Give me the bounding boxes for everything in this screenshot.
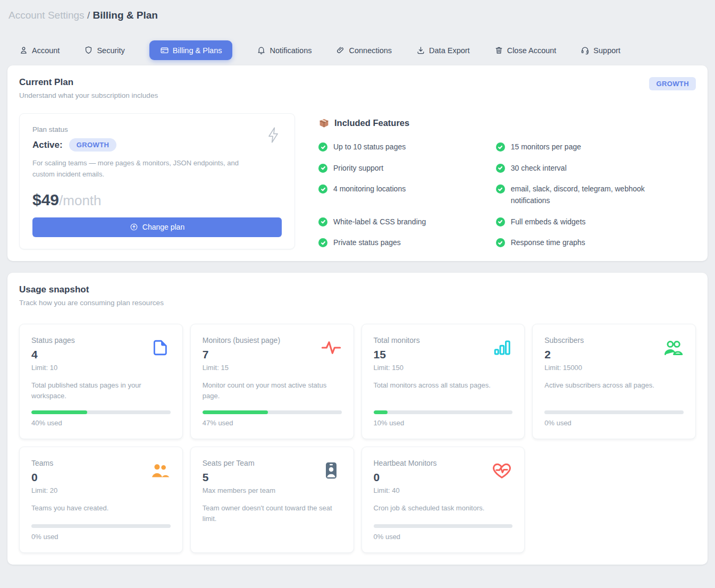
usage-limit: Limit: 20 bbox=[31, 486, 171, 494]
usage-card-seats-per-team: Seats per Team 5 Max members per team Te… bbox=[190, 447, 354, 553]
usage-grid: Status pages 4 Limit: 10 Total published… bbox=[19, 324, 696, 553]
settings-tabbar: Account Security Billing & Plans Notific… bbox=[19, 40, 708, 60]
tab-close-account[interactable]: Close Account bbox=[494, 46, 557, 55]
usage-description: Monitor count on your most active status… bbox=[203, 380, 342, 405]
plan-status-card: Plan status Active: GROWTH For scaling t… bbox=[19, 113, 295, 249]
plan-description: For scaling teams — more pages & monitor… bbox=[32, 158, 250, 180]
tab-connections[interactable]: Connections bbox=[336, 46, 392, 55]
usage-limit: Limit: 150 bbox=[374, 364, 513, 372]
plan-price: $49/month bbox=[32, 191, 282, 209]
progress-bar bbox=[203, 410, 342, 414]
arrow-up-circle-icon bbox=[130, 223, 138, 231]
trash-icon bbox=[494, 46, 503, 55]
breadcrumb-section[interactable]: Account Settings bbox=[9, 10, 85, 21]
document-icon bbox=[149, 337, 171, 358]
feature-item: email, slack, discord, telegram, webhook… bbox=[496, 183, 696, 206]
feature-item: White-label & CSS branding bbox=[318, 216, 496, 228]
usage-limit: Limit: 40 bbox=[374, 486, 513, 494]
bar-chart-icon bbox=[491, 337, 512, 358]
tab-label: Notifications bbox=[270, 46, 312, 55]
tab-label: Connections bbox=[349, 46, 392, 55]
features-title: Included Features bbox=[334, 118, 409, 128]
usage-percent-label: 10% used bbox=[374, 419, 513, 427]
tab-support[interactable]: Support bbox=[581, 46, 620, 55]
headset-icon bbox=[581, 46, 590, 55]
id-badge-icon bbox=[321, 460, 342, 481]
bell-icon bbox=[257, 46, 266, 55]
tab-label: Billing & Plans bbox=[173, 46, 222, 55]
download-icon bbox=[416, 46, 425, 55]
package-icon bbox=[318, 117, 330, 129]
features-grid: Up to 10 status pages 15 monitors per pa… bbox=[318, 141, 696, 249]
plan-badge: GROWTH bbox=[69, 138, 117, 152]
check-icon bbox=[496, 142, 505, 152]
credit-card-icon bbox=[160, 46, 169, 55]
current-plan-title: Current Plan bbox=[19, 77, 158, 88]
heartbeat-icon bbox=[491, 460, 512, 481]
current-plan-subtitle: Understand what your subscription includ… bbox=[19, 91, 158, 99]
usage-limit: Max members per team bbox=[203, 486, 342, 494]
usage-percent-label: 0% used bbox=[374, 533, 513, 541]
pulse-icon bbox=[321, 337, 342, 358]
tab-label: Security bbox=[97, 46, 124, 55]
tab-label: Close Account bbox=[507, 46, 557, 55]
usage-limit: Limit: 15 bbox=[203, 364, 342, 372]
usage-description: Teams you have created. bbox=[31, 503, 171, 519]
tab-notifications[interactable]: Notifications bbox=[257, 46, 312, 55]
breadcrumb: Account Settings / Billing & Plan bbox=[7, 6, 708, 21]
tab-data-export[interactable]: Data Export bbox=[416, 46, 470, 55]
feature-item: Full embeds & widgets bbox=[496, 216, 696, 228]
lightning-icon bbox=[266, 127, 281, 146]
people-outline-icon bbox=[662, 337, 684, 358]
check-icon bbox=[318, 142, 327, 152]
progress-bar bbox=[374, 524, 513, 528]
feature-item: Response time graphs bbox=[496, 237, 696, 249]
usage-title: Usage snapshot bbox=[19, 284, 696, 295]
progress-bar bbox=[31, 524, 171, 528]
check-icon bbox=[496, 217, 505, 226]
usage-percent-label: 0% used bbox=[544, 419, 684, 427]
usage-subtitle: Track how you are consuming plan resourc… bbox=[19, 299, 696, 307]
change-plan-button[interactable]: Change plan bbox=[32, 217, 282, 237]
tab-security[interactable]: Security bbox=[84, 46, 124, 55]
usage-percent-label: 40% used bbox=[31, 419, 171, 427]
usage-description: Cron job & scheduled task monitors. bbox=[374, 503, 513, 519]
usage-description: Team owner doesn't count toward the seat… bbox=[203, 503, 342, 541]
check-icon bbox=[318, 184, 327, 194]
progress-bar bbox=[374, 410, 513, 414]
usage-limit: Limit: 10 bbox=[31, 364, 171, 372]
usage-description: Total monitors across all status pages. bbox=[374, 380, 513, 405]
people-filled-icon bbox=[149, 460, 171, 481]
usage-description: Active subscribers across all pages. bbox=[544, 380, 684, 405]
usage-card-monitors-busiest: Monitors (busiest page) 7 Limit: 15 Moni… bbox=[190, 324, 354, 439]
usage-limit: Limit: 15000 bbox=[544, 364, 684, 372]
progress-bar bbox=[31, 410, 171, 414]
current-plan-panel: Current Plan Understand what your subscr… bbox=[7, 65, 708, 261]
usage-card-teams: Teams 0 Limit: 20 Teams you have created… bbox=[19, 447, 183, 553]
page-title: Billing & Plan bbox=[92, 10, 157, 21]
feature-item: Up to 10 status pages bbox=[318, 141, 496, 153]
usage-description: Total published status pages in your wor… bbox=[31, 380, 171, 405]
usage-card-status-pages: Status pages 4 Limit: 10 Total published… bbox=[19, 324, 183, 439]
plan-tier-badge: GROWTH bbox=[649, 77, 696, 90]
plan-status-label: Plan status bbox=[32, 125, 282, 133]
billing-page: Account Settings / Billing & Plan Accoun… bbox=[0, 0, 715, 588]
usage-card-subscribers: Subscribers 2 Limit: 15000 Active subscr… bbox=[532, 324, 696, 439]
feature-item: Private status pages bbox=[318, 237, 496, 249]
feature-item: 4 monitoring locations bbox=[318, 183, 496, 206]
price-amount: $49 bbox=[32, 191, 59, 208]
tab-account[interactable]: Account bbox=[19, 46, 60, 55]
feature-item: 15 monitors per page bbox=[496, 141, 696, 153]
check-icon bbox=[496, 184, 505, 194]
tab-label: Account bbox=[32, 46, 60, 55]
usage-card-heartbeat-monitors: Heartbeat Monitors 0 Limit: 40 Cron job … bbox=[361, 447, 525, 553]
price-period: /month bbox=[59, 192, 102, 208]
feature-item: Priority support bbox=[318, 163, 496, 174]
plan-status-value: Active: bbox=[32, 140, 63, 150]
check-icon bbox=[318, 217, 327, 226]
check-icon bbox=[496, 238, 505, 247]
included-features: Included Features Up to 10 status pages … bbox=[318, 113, 696, 249]
progress-bar bbox=[544, 410, 684, 414]
tab-billing-plans[interactable]: Billing & Plans bbox=[149, 40, 233, 60]
check-icon bbox=[496, 164, 505, 173]
